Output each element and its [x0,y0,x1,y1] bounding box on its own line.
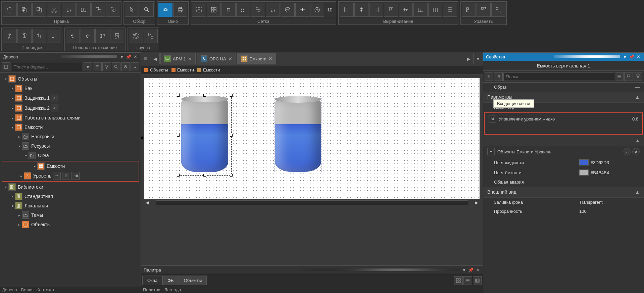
breadcrumb-item[interactable]: Объекты [144,67,168,72]
palette-tab-objects[interactable]: Объекты [179,276,207,285]
grid-btn-3[interactable] [221,3,236,17]
flip-h-button[interactable] [95,29,109,43]
tree-search-input[interactable] [11,63,83,71]
close-icon[interactable]: ✕ [228,56,232,61]
resize-handle-e[interactable] [230,134,233,137]
search-button[interactable] [112,62,120,71]
selection-box[interactable] [178,95,232,176]
tree-item-standard[interactable]: ▸ Стандартная [0,192,141,201]
minus-icon[interactable]: — [635,85,640,90]
zoom-in-button[interactable] [310,3,324,17]
grid-btn-1[interactable] [192,3,206,17]
grid-btn-6[interactable] [266,3,280,17]
close-icon[interactable]: ✕ [475,267,480,273]
to-front-button[interactable] [3,29,17,43]
paste-button[interactable] [3,3,17,17]
prop-list-button[interactable] [615,72,624,81]
link-button[interactable] [131,62,139,71]
canvas-area[interactable]: ◀ ◀ ▶ [141,75,483,265]
section-appearance[interactable]: Внешний вид ▲ [483,187,644,198]
pin-icon[interactable]: 📌 [629,54,634,59]
flip-v-button[interactable] [110,29,124,43]
grid-btn-4[interactable] [236,3,250,17]
dropdown-icon[interactable]: ▼ [622,54,628,59]
delete-button[interactable] [106,3,120,17]
zoom-button[interactable] [140,3,154,17]
bottom-tab[interactable]: Легенда [164,287,181,292]
canvas-hscroll[interactable]: ◀ ▶ [144,199,480,206]
to-back-button[interactable] [17,29,32,43]
pin-icon[interactable]: 📌 [468,267,474,273]
tree-item-valve2[interactable]: ▸ Задвижка 2 ↶ [0,103,141,113]
align-left-button[interactable] [340,3,354,17]
resize-handle-w[interactable] [177,134,180,137]
resize-handle-sw[interactable] [177,174,180,177]
view-list-button[interactable] [463,276,472,285]
canvas[interactable]: ◀ [144,78,480,199]
pointer-button[interactable] [125,3,139,17]
liquid-level-row[interactable]: Управление уровнем жидко 0.6 [485,113,642,125]
tank-2[interactable] [275,98,321,172]
resize-handle-s[interactable] [203,174,206,177]
distribute-v-button[interactable] [443,3,457,17]
cut-button[interactable] [47,3,61,17]
tab-prev-button[interactable]: ◀ [150,53,160,64]
link-out-icon[interactable] [71,172,80,180]
resize-handle-se[interactable] [230,174,233,177]
prop-value[interactable]: #B4B4B4 [579,169,640,176]
rotate-cw-button[interactable] [81,29,95,43]
tree-item-level[interactable]: ▸ Уровень [2,171,139,181]
prop-value[interactable]: Transparent [579,200,640,205]
close-icon[interactable]: ✕ [133,54,138,59]
prop-filter-button[interactable] [634,72,642,81]
eq-size-button[interactable] [491,3,505,17]
grid-btn-2[interactable] [207,3,221,17]
tab-list-button[interactable] [141,53,150,64]
tree-item-local[interactable]: ▾ Локальная [0,201,141,210]
copy-style-button[interactable] [62,3,76,17]
align-right-button[interactable] [369,3,383,17]
undo-icon[interactable]: ↶ [51,104,59,112]
tree-item-bak[interactable]: ▸ Бак [0,84,141,93]
tree-root-objects[interactable]: ▾ Объекты [0,74,141,84]
group-button[interactable] [129,29,143,43]
align-bottom-button[interactable] [413,3,428,17]
link-in-icon[interactable] [53,172,61,180]
link-path-row[interactable]: Объекты.Ёмкости.Уровень ← ✕ [483,146,644,157]
prop-btn-2[interactable] [494,72,503,81]
color-swatch[interactable] [579,159,589,165]
align-center-h-button[interactable] [354,3,368,17]
search-dropdown-button[interactable]: ▼ [84,62,92,71]
breadcrumb-item[interactable]: Ёмкости [171,67,194,72]
tree-item-windows[interactable]: ▾ Окна [0,151,141,160]
tree-item-valve1[interactable]: ▸ Задвижка 1 ↶ [0,93,141,103]
palette-tab-fb[interactable]: ФБ [162,276,179,285]
scroll-track[interactable] [156,200,468,205]
grid-slider[interactable] [295,3,309,17]
prop-btn-1[interactable] [485,72,493,81]
breadcrumb-item[interactable]: Ёмкости [197,67,220,72]
print-button[interactable] [173,3,187,17]
eq-height-button[interactable] [477,3,491,17]
link-icon[interactable] [489,115,496,123]
close-icon[interactable]: ✕ [636,54,641,59]
tab-next-button[interactable]: ▶ [464,53,474,64]
grid-btn-5[interactable] [251,3,265,17]
zoom-out-button[interactable] [281,3,295,17]
paste-style-button[interactable] [77,3,91,17]
properties-search-input[interactable] [503,72,614,81]
filter-button-1[interactable] [93,62,102,71]
pin-icon[interactable]: 📌 [126,54,131,59]
prop-value[interactable]: #3D62D3 [579,159,640,165]
tree-item-settings[interactable]: ▸ Настройки [0,132,141,141]
bottom-tab[interactable]: Палитра [143,287,160,292]
resize-handle-n[interactable] [203,94,206,97]
bottom-tab[interactable]: Ветки [21,287,32,292]
resize-handle-ne[interactable] [230,94,233,97]
tree-root-libs[interactable]: ▾ Библиотеки [0,182,141,192]
tab-menu-button[interactable]: ▼ [474,53,483,64]
prop-value[interactable]: 100 [579,209,640,214]
prop-flag-button[interactable] [624,72,633,81]
close-icon[interactable]: ✕ [188,56,192,61]
list-icon[interactable] [62,172,70,180]
